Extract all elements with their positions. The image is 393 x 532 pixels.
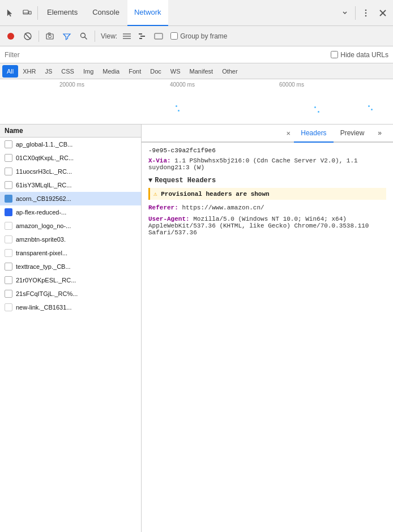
list-item[interactable]: 21sFCqITGjL._RC%...: [0, 287, 141, 301]
network-toolbar: View: Group by frame: [0, 26, 393, 46]
tab-separator-1: [37, 6, 38, 20]
list-item[interactable]: 61isY3MLqIL._RC...: [0, 178, 141, 192]
device-toggle-button[interactable]: [19, 5, 35, 21]
toolbar-sep-1: [39, 31, 39, 42]
list-item[interactable]: 21r0YOKpESL._RC...: [0, 273, 141, 287]
screenshot-button[interactable]: [42, 29, 57, 44]
tab-elements[interactable]: Elements: [40, 0, 84, 26]
type-filter-ws[interactable]: WS: [166, 65, 185, 78]
devtools-menu-button[interactable]: [358, 5, 374, 21]
file-icon-js: [5, 263, 12, 271]
file-icon-img: [5, 235, 12, 243]
tab-more-detail[interactable]: »: [371, 125, 388, 143]
svg-point-5: [365, 15, 367, 16]
tab-separator-2: [355, 6, 356, 20]
detail-tabs: × Headers Preview »: [142, 125, 393, 143]
filter-bar: Hide data URLs: [0, 46, 393, 63]
list-item[interactable]: new-link._CB1631...: [0, 301, 141, 314]
close-detail-button[interactable]: ×: [283, 127, 294, 139]
tab-preview[interactable]: Preview: [334, 125, 371, 143]
more-tabs-button[interactable]: [337, 5, 353, 21]
tab-console[interactable]: Console: [86, 0, 126, 26]
hide-data-urls-checkbox[interactable]: [331, 51, 338, 58]
file-name: 61isY3MLqIL._RC...: [16, 182, 136, 188]
type-filter-doc[interactable]: Doc: [146, 65, 166, 78]
provisional-headers-text: Provisional headers are shown: [161, 191, 269, 198]
filter-toggle-button[interactable]: [59, 29, 74, 44]
svg-point-12: [49, 35, 52, 38]
list-item[interactable]: amznbtn-sprite03.: [0, 233, 141, 246]
detail-panel: × Headers Preview » -9e95-c39a2fc1f9e6 X…: [142, 125, 393, 532]
type-filter-css[interactable]: CSS: [57, 65, 79, 78]
timeline-dot-5: [368, 105, 370, 107]
timeline-dot-2: [178, 110, 180, 111]
type-filter-img[interactable]: Img: [79, 65, 98, 78]
file-name: texttrace_typ._CB...: [16, 263, 136, 270]
devtools-tab-bar: Elements Console Network: [0, 0, 393, 26]
svg-point-3: [365, 9, 367, 11]
list-item[interactable]: ap-flex-reduced-...: [0, 205, 141, 219]
warning-icon: ⚠: [153, 191, 157, 198]
tab-headers[interactable]: Headers: [294, 125, 333, 143]
list-item[interactable]: transparent-pixel...: [0, 246, 141, 260]
waterfall-view-button[interactable]: [135, 29, 150, 44]
referer-value: https://www.amazon.cn/: [182, 204, 264, 211]
clear-button[interactable]: [20, 29, 35, 44]
group-by-frame-row: Group by frame: [170, 32, 227, 40]
svg-rect-22: [155, 33, 163, 39]
list-item[interactable]: amazon_logo_no-...: [0, 219, 141, 233]
svg-point-4: [365, 12, 367, 14]
filter-input[interactable]: [5, 51, 326, 59]
record-button[interactable]: [3, 29, 18, 44]
response-id-value: -9e95-c39a2fc1f9e6: [148, 147, 386, 154]
xvia-label: X-Via:: [148, 157, 171, 164]
type-filter-media[interactable]: Media: [98, 65, 124, 78]
list-view-button[interactable]: [119, 29, 134, 44]
list-item[interactable]: 11uocsrH3cL._RC...: [0, 165, 141, 178]
svg-point-14: [81, 33, 86, 37]
timeline-label-20000: 20000 ms: [59, 81, 84, 88]
svg-rect-0: [23, 10, 28, 14]
file-name: 21r0YOKpESL._RC...: [16, 277, 136, 284]
type-filter-other[interactable]: Other: [217, 65, 242, 78]
file-name: ap_global-1.1._CB...: [16, 141, 136, 148]
type-filter-bar: All XHR JS CSS Img Media Font Doc WS Man…: [0, 63, 393, 79]
timeline-label-40000: 40000 ms: [170, 81, 195, 88]
group-by-frame-label: Group by frame: [180, 32, 227, 40]
list-item-selected[interactable]: acorn._CB192562...: [0, 192, 141, 205]
type-filter-all[interactable]: All: [2, 65, 18, 78]
file-list-header: Name: [0, 125, 141, 138]
type-filter-manifest[interactable]: Manifest: [185, 65, 218, 78]
referer-label: Referer:: [148, 204, 178, 211]
svg-rect-1: [29, 11, 31, 14]
list-item[interactable]: ap_global-1.1._CB...: [0, 138, 141, 151]
timeline-dot-3: [314, 106, 316, 108]
file-icon-img: [5, 222, 12, 230]
file-icon-js: [5, 290, 12, 298]
hide-data-urls-label: Hide data URLs: [340, 51, 388, 59]
request-headers-title[interactable]: ▼ Request Headers: [148, 177, 386, 185]
file-icon-js: [5, 168, 12, 175]
svg-rect-20: [140, 36, 145, 37]
search-button[interactable]: [76, 29, 91, 44]
file-icon-js: [5, 181, 12, 189]
close-devtools-button[interactable]: [375, 5, 391, 21]
list-item[interactable]: texttrace_typ._CB...: [0, 260, 141, 273]
provisional-headers-warning: ⚠ Provisional headers are shown: [148, 188, 386, 200]
file-name: 21sFCqITGjL._RC%...: [16, 290, 136, 297]
file-icon-js: [5, 140, 12, 148]
cursor-tool-button[interactable]: [2, 5, 18, 21]
close-icon: ×: [286, 129, 291, 138]
type-filter-js[interactable]: JS: [40, 65, 57, 78]
group-by-frame-checkbox[interactable]: [170, 32, 178, 40]
type-filter-font[interactable]: Font: [124, 65, 146, 78]
timeline-dot-1: [176, 105, 177, 107]
file-name: ap-flex-reduced-...: [16, 209, 136, 216]
timeline-label-60000: 60000 ms: [279, 81, 304, 88]
svg-line-10: [25, 33, 31, 39]
type-filter-xhr[interactable]: XHR: [18, 65, 40, 78]
tab-network[interactable]: Network: [127, 0, 168, 26]
screenshot-overlay-button[interactable]: [151, 29, 166, 44]
list-item[interactable]: 01CX0qtKxpL._RC...: [0, 151, 141, 165]
view-toggle: [119, 29, 166, 44]
